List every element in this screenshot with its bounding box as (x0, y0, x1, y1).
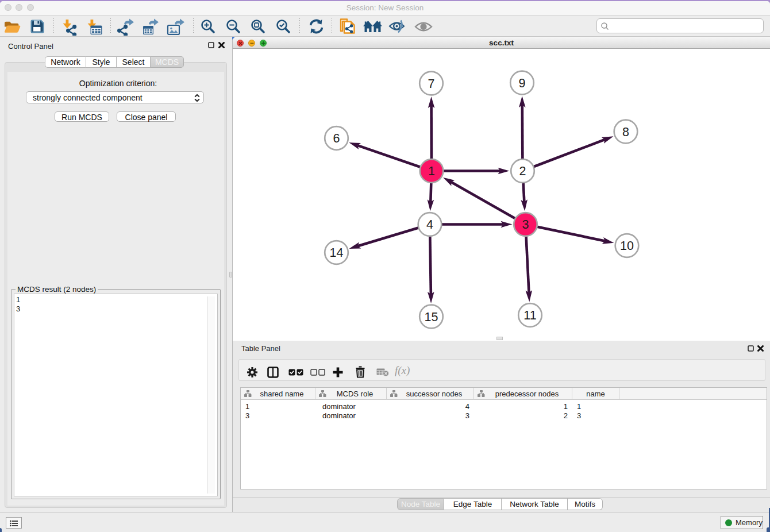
svg-text:2: 2 (519, 164, 526, 178)
svg-text:15: 15 (425, 310, 438, 324)
svg-text:1: 1 (428, 164, 435, 178)
svg-text:9: 9 (519, 76, 526, 90)
svg-text:4: 4 (426, 218, 433, 232)
svg-text:6: 6 (333, 132, 340, 145)
svg-text:8: 8 (622, 125, 629, 139)
svg-text:10: 10 (620, 239, 634, 253)
svg-text:3: 3 (522, 218, 529, 232)
svg-text:7: 7 (428, 77, 435, 91)
svg-text:11: 11 (523, 309, 536, 322)
svg-text:14: 14 (330, 246, 344, 260)
